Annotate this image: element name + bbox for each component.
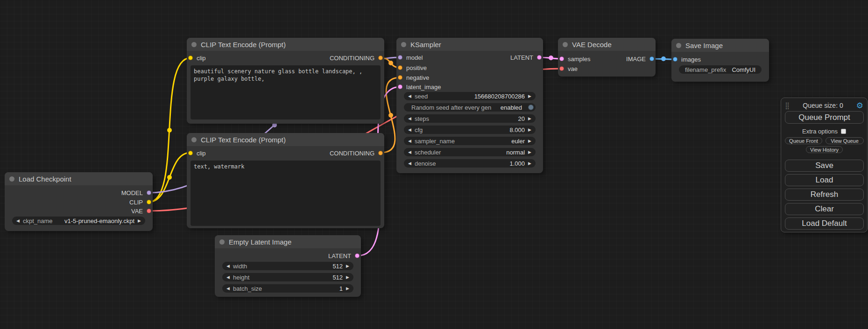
decrement-arrow-icon[interactable]: ◀: [408, 94, 411, 98]
model-port-dot[interactable]: [147, 190, 151, 195]
conditioning-port-dot[interactable]: [378, 56, 383, 60]
decrement-arrow-icon[interactable]: ◀: [16, 219, 20, 223]
settings-gear-icon[interactable]: ⚙: [856, 102, 863, 110]
view-queue-button[interactable]: View Queue: [826, 137, 864, 144]
output-port-latent[interactable]: LATENT: [328, 252, 360, 260]
node-save-image[interactable]: Save Image images filename_prefix ComfyU…: [671, 39, 769, 82]
node-header[interactable]: CLIP Text Encode (Prompt): [187, 38, 384, 51]
input-port-latent-image[interactable]: latent_image: [398, 83, 441, 91]
collapse-dot-icon[interactable]: [401, 42, 406, 47]
output-port-conditioning[interactable]: CONDITIONING: [330, 149, 383, 157]
increment-arrow-icon[interactable]: ▶: [528, 117, 531, 121]
decrement-arrow-icon[interactable]: ◀: [226, 275, 230, 280]
decrement-arrow-icon[interactable]: ◀: [408, 117, 411, 121]
random-seed-toggle-widget[interactable]: Random seed after every gen enabled: [404, 103, 536, 112]
width-widget[interactable]: ◀ width 512 ▶: [222, 262, 353, 270]
clip-port-dot[interactable]: [188, 56, 193, 60]
seed-widget[interactable]: ◀ seed 156680208700286 ▶: [404, 92, 536, 100]
increment-arrow-icon[interactable]: ▶: [528, 139, 531, 143]
increment-arrow-icon[interactable]: ▶: [346, 287, 349, 291]
filename-prefix-widget[interactable]: filename_prefix ComfyUI: [679, 65, 762, 74]
node-header[interactable]: Empty Latent Image: [215, 235, 361, 248]
node-vae-decode[interactable]: VAE Decode samples vae IMAGE: [558, 38, 656, 77]
decrement-arrow-icon[interactable]: ◀: [408, 161, 411, 166]
drag-handle-icon[interactable]: ⣿: [785, 102, 790, 109]
denoise-widget[interactable]: ◀ denoise 1.000 ▶: [404, 159, 536, 168]
decrement-arrow-icon[interactable]: ◀: [408, 150, 411, 154]
toggle-knob-icon[interactable]: [528, 105, 534, 110]
output-port-vae[interactable]: VAE: [131, 207, 151, 215]
view-history-button[interactable]: View History: [806, 146, 843, 153]
extra-options-checkbox[interactable]: [841, 129, 846, 134]
node-header[interactable]: Load Checkpoint: [5, 172, 153, 185]
increment-arrow-icon[interactable]: ▶: [346, 264, 349, 268]
conditioning-port-dot[interactable]: [378, 151, 383, 155]
height-widget[interactable]: ◀ height 512 ▶: [222, 273, 353, 281]
scheduler-widget[interactable]: ◀ scheduler normal ▶: [404, 148, 536, 156]
node-header[interactable]: Save Image: [671, 39, 769, 52]
node-header[interactable]: VAE Decode: [558, 38, 656, 51]
collapse-dot-icon[interactable]: [9, 176, 14, 182]
cfg-widget[interactable]: ◀ cfg 8.000 ▶: [404, 126, 536, 134]
decrement-arrow-icon[interactable]: ◀: [226, 287, 230, 291]
input-port-negative[interactable]: negative: [398, 73, 429, 82]
input-port-vae[interactable]: vae: [559, 64, 578, 73]
node-header[interactable]: KSampler: [396, 38, 543, 51]
node-clip-text-encode-negative[interactable]: CLIP Text Encode (Prompt) clip CONDITION…: [187, 133, 384, 228]
input-port-images[interactable]: images: [673, 55, 701, 63]
decrement-arrow-icon[interactable]: ◀: [408, 139, 411, 143]
latent-port-dot[interactable]: [559, 56, 564, 61]
collapse-dot-icon[interactable]: [563, 42, 568, 47]
refresh-button[interactable]: Refresh: [785, 189, 864, 201]
conditioning-port-dot[interactable]: [398, 65, 402, 70]
node-header[interactable]: CLIP Text Encode (Prompt): [187, 133, 384, 146]
conditioning-port-dot[interactable]: [398, 75, 402, 80]
output-port-latent[interactable]: LATENT: [510, 53, 542, 62]
clear-button[interactable]: Clear: [785, 203, 864, 215]
image-port-dot[interactable]: [649, 56, 654, 61]
model-port-dot[interactable]: [398, 55, 402, 60]
input-port-clip[interactable]: clip: [188, 54, 206, 62]
node-ksampler[interactable]: KSampler model positive negative latent_…: [396, 38, 543, 173]
latent-port-dot[interactable]: [355, 253, 360, 258]
node-empty-latent-image[interactable]: Empty Latent Image LATENT ◀ width 512 ▶ …: [215, 235, 361, 297]
load-button[interactable]: Load: [785, 174, 864, 186]
collapse-dot-icon[interactable]: [191, 137, 197, 142]
increment-arrow-icon[interactable]: ▶: [528, 150, 531, 154]
increment-arrow-icon[interactable]: ▶: [528, 161, 531, 166]
increment-arrow-icon[interactable]: ▶: [346, 275, 349, 280]
prompt-textarea[interactable]: beautiful scenery nature glass bottle la…: [191, 65, 381, 119]
node-load-checkpoint[interactable]: Load Checkpoint MODEL CLIP VAE ◀ ckpt_na…: [5, 172, 153, 231]
steps-widget[interactable]: ◀ steps 20 ▶: [404, 114, 536, 123]
vae-port-dot[interactable]: [559, 66, 564, 71]
collapse-dot-icon[interactable]: [676, 43, 681, 48]
collapse-dot-icon[interactable]: [191, 42, 197, 47]
node-clip-text-encode-positive[interactable]: CLIP Text Encode (Prompt) clip CONDITION…: [187, 38, 384, 124]
increment-arrow-icon[interactable]: ▶: [138, 219, 141, 223]
input-port-positive[interactable]: positive: [398, 63, 427, 72]
latent-port-dot[interactable]: [398, 84, 402, 89]
output-port-model[interactable]: MODEL: [121, 189, 151, 197]
input-port-model[interactable]: model: [398, 53, 423, 62]
prompt-textarea[interactable]: text, watermark: [191, 161, 381, 226]
sampler-name-widget[interactable]: ◀ sampler_name euler ▶: [404, 137, 536, 145]
increment-arrow-icon[interactable]: ▶: [528, 128, 531, 132]
load-default-button[interactable]: Load Default: [785, 217, 864, 230]
queue-front-button[interactable]: Queue Front: [785, 137, 822, 144]
increment-arrow-icon[interactable]: ▶: [528, 94, 531, 98]
ckpt-name-widget[interactable]: ◀ ckpt_name v1-5-pruned-emaonly.ckpt ▶: [12, 217, 145, 225]
latent-port-dot[interactable]: [537, 55, 542, 60]
output-port-image[interactable]: IMAGE: [626, 55, 654, 63]
batch-size-widget[interactable]: ◀ batch_size 1 ▶: [222, 284, 353, 293]
node-graph-canvas[interactable]: Load Checkpoint MODEL CLIP VAE ◀ ckpt_na…: [0, 0, 868, 329]
collapse-dot-icon[interactable]: [219, 239, 225, 245]
decrement-arrow-icon[interactable]: ◀: [408, 128, 411, 132]
input-port-samples[interactable]: samples: [559, 55, 590, 63]
output-port-clip[interactable]: CLIP: [129, 198, 151, 206]
output-port-conditioning[interactable]: CONDITIONING: [330, 54, 383, 62]
image-port-dot[interactable]: [673, 57, 677, 62]
clip-port-dot[interactable]: [147, 200, 151, 204]
decrement-arrow-icon[interactable]: ◀: [226, 264, 230, 268]
clip-port-dot[interactable]: [188, 151, 193, 155]
queue-prompt-button[interactable]: Queue Prompt: [785, 111, 864, 124]
